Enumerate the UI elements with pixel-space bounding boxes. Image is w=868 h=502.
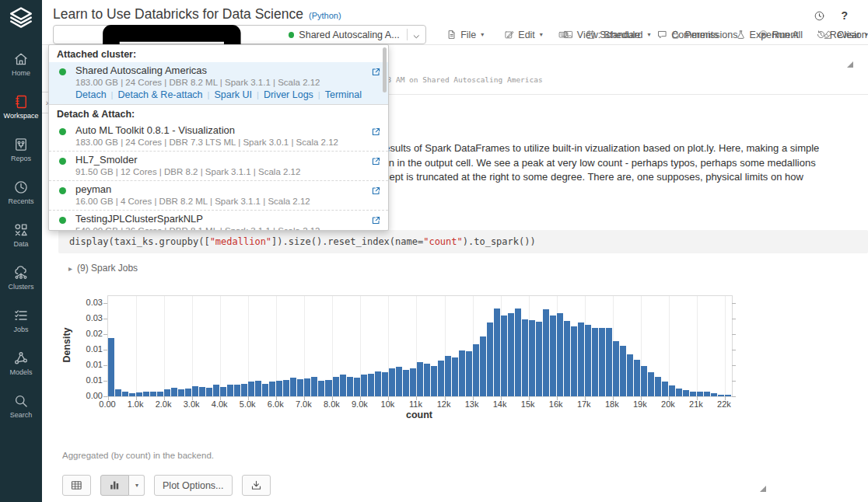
histogram-bar: [641, 366, 647, 396]
language-badge[interactable]: (Python): [309, 11, 341, 20]
toolbar-experiment-button[interactable]: Experiment: [736, 30, 799, 40]
external-link-icon[interactable]: [371, 66, 381, 76]
result-toolbar: ▾ Plot Options...: [62, 475, 271, 496]
x-axis-tick: [473, 396, 474, 400]
help-icon[interactable]: ?: [841, 9, 848, 22]
chart-view-button[interactable]: [100, 475, 129, 496]
cluster-selector[interactable]: Shared Autoscaling A...: [53, 25, 426, 44]
histogram-bar: [515, 309, 521, 396]
sidebar-item-jobs[interactable]: Jobs: [0, 299, 42, 342]
cluster-item-hl7-smolder[interactable]: HL7_Smolder91.50 GB | 12 Cores | DBR 8.2…: [49, 151, 388, 180]
x-axis-tick: [529, 396, 530, 400]
external-link-icon[interactable]: [371, 214, 381, 225]
cluster-action-terminal[interactable]: Terminal: [325, 89, 362, 101]
y-axis-tick-label: 0.01: [73, 344, 103, 354]
x-axis-tick-label: 17k: [565, 399, 604, 409]
histogram-bar: [627, 354, 633, 396]
sidebar-item-repos[interactable]: Repos: [0, 128, 42, 171]
x-axis-tick-label: 3.0k: [172, 399, 211, 409]
toolbar-keyboard-shortcuts-button[interactable]: [558, 30, 569, 40]
gridline: [416, 296, 417, 396]
histogram-bar: [262, 384, 268, 396]
toolbar-schedule-button[interactable]: Schedule: [586, 30, 640, 40]
histogram-bar: [606, 328, 612, 396]
external-link-icon[interactable]: [371, 155, 381, 166]
cluster-specs: 183.00 GB | 24 Cores | DBR 8.2 ML | Spar…: [75, 77, 366, 88]
y-axis-tick-label: 0.00: [73, 391, 103, 400]
histogram-bar: [683, 390, 689, 396]
databricks-logo-icon[interactable]: [8, 5, 34, 32]
sidebar-item-clusters[interactable]: Clusters: [0, 256, 42, 299]
sidebar-item-models[interactable]: Models: [0, 342, 42, 385]
page-title[interactable]: Learn to Use Databricks for Data Science: [53, 6, 303, 23]
cluster-item-peyman[interactable]: peyman16.00 GB | 4 Cores | DBR 8.2 ML | …: [49, 180, 388, 210]
y-axis-tick-label: 0.01: [73, 375, 103, 385]
y-axis-tick-label: 0.03: [73, 313, 103, 322]
download-button[interactable]: [242, 475, 271, 496]
sidebar-item-recents[interactable]: Recents: [0, 171, 42, 214]
external-link-icon[interactable]: [371, 126, 381, 136]
histogram-bar: [550, 315, 556, 396]
histogram-bar: [620, 346, 626, 396]
cluster-name: Auto ML Toolkit 0.8.1 - Visualization: [75, 124, 366, 136]
cell-resize-handle[interactable]: [847, 61, 853, 68]
plot-options-button[interactable]: Plot Options...: [154, 475, 233, 496]
dropdown-scrollbar[interactable]: [383, 47, 387, 92]
gridline: [557, 296, 558, 396]
clock-icon[interactable]: [814, 10, 825, 22]
cell-resize-handle[interactable]: [760, 486, 766, 492]
cluster-item-shared-autoscaling-americas[interactable]: Shared Autoscaling Americas183.00 GB | 2…: [49, 62, 388, 104]
spark-jobs-toggle[interactable]: ▸ (9) Spark Jobs: [68, 263, 138, 274]
caret-down-icon: ▾: [135, 482, 138, 489]
cluster-action-spark-ui[interactable]: Spark UI: [214, 89, 252, 101]
toolbar-revision-history-label: Revision history: [830, 30, 868, 40]
toolbar-revision-history-button[interactable]: Revision history: [816, 30, 868, 40]
histogram-bar: [438, 361, 444, 396]
x-axis-tick-label: 9.0k: [340, 399, 379, 409]
cluster-item-testingjplclustersparknlp[interactable]: TestingJPLClusterSparkNLP549.00 GB | 36 …: [49, 210, 388, 231]
histogram-bar: [480, 336, 486, 396]
code-segment: "count": [423, 236, 463, 247]
x-axis-tick: [248, 396, 249, 400]
y-axis-tick: [103, 396, 107, 397]
chart-type-dropdown-button[interactable]: ▾: [129, 475, 145, 496]
cluster-status-running-icon: [59, 158, 66, 165]
toolbar-edit-button[interactable]: Edit▾: [504, 30, 543, 40]
histogram-bar: [690, 392, 696, 396]
cluster-action-driver-logs[interactable]: Driver Logs: [264, 89, 313, 101]
sidebar-item-data[interactable]: Data: [0, 214, 42, 256]
aggregation-note: Aggregated (by count) in the backend.: [62, 451, 214, 460]
x-axis-tick: [276, 396, 277, 400]
histogram-bar: [269, 382, 275, 396]
gridline: [136, 296, 137, 396]
histogram-bar: [494, 309, 500, 396]
search-icon: [13, 393, 29, 409]
external-link-icon[interactable]: [371, 185, 381, 195]
cluster-item-auto-ml-toolkit-0-8-1-visualization[interactable]: Auto ML Toolkit 0.8.1 - Visualization183…: [49, 122, 388, 151]
histogram-bar: [333, 377, 339, 396]
repos-icon: [13, 137, 29, 152]
sidebar-nav: HomeWorkspaceReposRecentsDataClustersJob…: [0, 43, 42, 427]
histogram-bar: [234, 385, 240, 396]
gridline: [669, 296, 670, 396]
histogram-bar: [410, 368, 416, 397]
x-axis-tick-label: 16k: [537, 399, 576, 409]
histogram-bar: [199, 387, 205, 396]
x-axis-tick: [108, 396, 109, 400]
x-axis-tick: [585, 396, 586, 400]
cluster-action-detach[interactable]: Detach: [75, 89, 107, 101]
sidebar-item-home[interactable]: Home: [0, 43, 42, 85]
sidebar-item-label: Data: [13, 240, 28, 248]
table-view-button[interactable]: [62, 475, 91, 496]
toolbar-experiment-label: Experiment: [750, 30, 799, 40]
sidebar-item-workspace[interactable]: Workspace: [0, 85, 42, 128]
toolbar-comments-button[interactable]: Comments: [657, 30, 718, 40]
histogram-bar: [725, 395, 731, 396]
cluster-action-detach-re-attach[interactable]: Detach & Re-attach: [117, 89, 202, 101]
sidebar-item-search[interactable]: Search: [0, 385, 42, 427]
toolbar-file-button[interactable]: File▾: [446, 30, 484, 40]
x-axis-tick: [725, 396, 726, 400]
code-cell[interactable]: display(taxi_ks.groupby(["medallion"]).s…: [58, 230, 868, 253]
gridline: [248, 296, 249, 396]
y-axis-title: Density: [61, 327, 72, 362]
